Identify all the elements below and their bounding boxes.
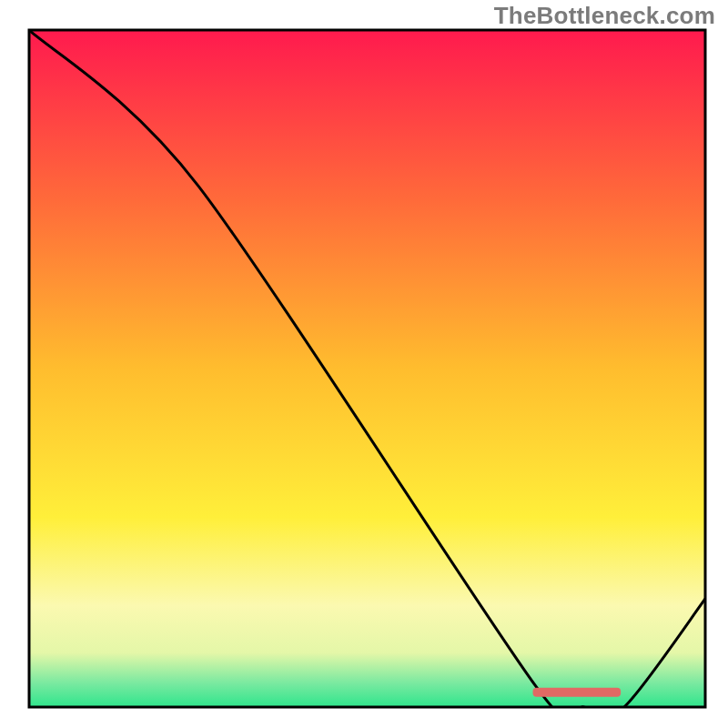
chart-container: TheBottleneck.com — [0, 0, 728, 728]
accent-marker — [533, 688, 622, 697]
watermark-text: TheBottleneck.com — [494, 2, 715, 30]
bottleneck-chart — [0, 0, 728, 728]
gradient-background — [29, 30, 705, 707]
